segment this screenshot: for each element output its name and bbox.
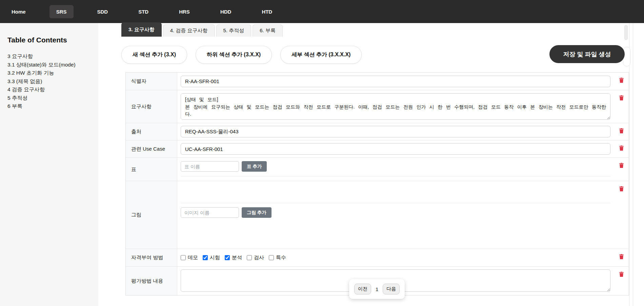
trash-icon — [619, 186, 624, 192]
delete-identifier-button[interactable] — [619, 77, 624, 84]
nav-item-sdd[interactable]: SDD — [90, 5, 115, 18]
nav-item-srs[interactable]: SRS — [49, 5, 74, 18]
delete-use-case-button[interactable] — [619, 145, 624, 152]
tab-traceability[interactable]: 5. 추적성 — [216, 24, 251, 37]
trash-icon — [619, 77, 624, 83]
tab-requirements[interactable]: 3. 요구사항 — [121, 22, 162, 37]
page-right-divider — [633, 23, 633, 306]
prev-page-button[interactable]: 이전 — [354, 284, 371, 294]
toc-item-section-6[interactable]: 6 부록 — [7, 102, 92, 111]
inspection-checkbox[interactable] — [247, 255, 252, 260]
add-figure-button[interactable]: 그림 추가 — [242, 207, 271, 218]
form-row-figure: 그림 그림 추가 — [126, 181, 629, 249]
pagination-card: 이전 1 다음 — [349, 279, 405, 299]
form-row-qualification: 자격부여 방법 데모 시험 분석 — [126, 249, 629, 267]
nav-item-htd[interactable]: HTD — [255, 5, 279, 18]
toc-title: Table of Contents — [7, 36, 92, 44]
toc-sidebar: Table of Contents 3 요구사항 3.1 상태(state)와 … — [0, 23, 98, 306]
tab-verification-requirements[interactable]: 4. 검증 요구사항 — [163, 24, 215, 37]
special-checkbox[interactable] — [269, 255, 274, 260]
delete-requirement-button[interactable] — [619, 95, 624, 102]
nav-item-hdd[interactable]: HDD — [214, 5, 238, 18]
main-content: 3. 요구사항 4. 검증 요구사항 5. 추적성 6. 부록 새 섹션 추가 … — [98, 23, 644, 306]
qualification-options: 데모 시험 분석 검사 — [181, 249, 610, 266]
identifier-label: 식별자 — [126, 73, 177, 90]
checkbox-special[interactable]: 특수 — [269, 254, 286, 261]
delete-evaluation-button[interactable] — [619, 271, 624, 278]
checkbox-demo[interactable]: 데모 — [181, 254, 198, 261]
toc-item-section-3-1[interactable]: 3.1 상태(state)와 모드(mode) — [7, 61, 92, 69]
current-page-number: 1 — [376, 286, 378, 292]
next-page-button[interactable]: 다음 — [383, 284, 400, 294]
requirement-textarea[interactable]: [상태 및 모드] 본 장비에 요구되는 상태 및 모드는 점검 모드와 작전 … — [181, 93, 610, 120]
delete-figure-row-button[interactable] — [619, 186, 624, 193]
toc-item-section-5[interactable]: 5 추적성 — [7, 94, 92, 102]
top-nav: Home SRS SDD STD HRS HDD HTD — [0, 0, 644, 23]
demo-checkbox[interactable] — [181, 255, 186, 260]
source-label: 출처 — [126, 123, 177, 140]
use-case-label: 관련 Use Case — [126, 140, 177, 157]
image-name-input[interactable] — [181, 207, 239, 218]
delete-qualification-button[interactable] — [619, 254, 624, 261]
figure-list-divider — [181, 203, 610, 203]
requirement-form: 식별자 요구사항 [상태 및 모드] 본 장비에 요구되는 상태 및 모드는 점… — [125, 72, 629, 295]
toc-item-section-3-2[interactable]: 3.2 HW 초기화 기능 — [7, 69, 92, 77]
test-checkbox[interactable] — [203, 255, 208, 260]
form-row-identifier: 식별자 — [126, 73, 629, 90]
add-detail-section-button[interactable]: 세부 섹션 추가 (3.X.X.X) — [280, 46, 362, 64]
trash-icon — [619, 271, 624, 277]
trash-icon — [619, 95, 624, 101]
checkbox-test-label: 시험 — [210, 254, 220, 261]
checkbox-special-label: 특수 — [276, 254, 286, 261]
add-sub-section-button[interactable]: 하위 섹션 추가 (3.X.X) — [196, 46, 272, 64]
nav-item-std[interactable]: STD — [132, 5, 155, 18]
trash-icon — [619, 128, 624, 134]
nav-item-home[interactable]: Home — [5, 5, 33, 18]
form-row-table: 표 표 추가 — [126, 158, 629, 181]
toc-item-section-3[interactable]: 3 요구사항 — [7, 52, 92, 61]
toc-item-section-3-3[interactable]: 3.3 (제목 없음) — [7, 77, 92, 86]
trash-icon — [619, 145, 624, 151]
save-and-generate-button[interactable]: 저장 및 파일 생성 — [549, 45, 625, 63]
form-row-requirement: 요구사항 [상태 및 모드] 본 장비에 요구되는 상태 및 모드는 점검 모드… — [126, 90, 629, 123]
checkbox-test[interactable]: 시험 — [203, 254, 220, 261]
add-table-button[interactable]: 표 추가 — [242, 161, 267, 172]
checkbox-analysis[interactable]: 분석 — [225, 254, 242, 261]
section-tabs: 3. 요구사항 4. 검증 요구사항 5. 추적성 6. 부록 — [121, 23, 644, 37]
use-case-input[interactable] — [181, 143, 610, 155]
checkbox-demo-label: 데모 — [188, 254, 198, 261]
table-name-input[interactable] — [181, 161, 239, 172]
identifier-input[interactable] — [181, 76, 610, 87]
table-list-divider — [181, 176, 610, 176]
evaluation-label: 평가방법 내용 — [126, 267, 177, 295]
source-input[interactable] — [181, 126, 610, 137]
add-section-button[interactable]: 새 섹션 추가 (3.X) — [121, 46, 187, 64]
checkbox-inspection-label: 검사 — [254, 254, 264, 261]
trash-icon — [619, 162, 624, 168]
figure-list-area — [181, 181, 610, 203]
toc-item-section-4[interactable]: 4 검증 요구사항 — [7, 85, 92, 94]
trash-icon — [619, 254, 624, 260]
delete-source-button[interactable] — [619, 128, 624, 135]
table-label: 표 — [126, 158, 177, 181]
delete-table-row-button[interactable] — [619, 162, 624, 169]
requirement-label: 요구사항 — [126, 90, 177, 123]
figure-label: 그림 — [126, 181, 177, 249]
checkbox-analysis-label: 분석 — [232, 254, 242, 261]
qualification-label: 자격부여 방법 — [126, 249, 177, 266]
form-row-source: 출처 — [126, 123, 629, 140]
tab-appendix[interactable]: 6. 부록 — [253, 24, 283, 37]
scrollbar-thumb[interactable] — [624, 25, 628, 40]
analysis-checkbox[interactable] — [225, 255, 230, 260]
nav-item-hrs[interactable]: HRS — [172, 5, 197, 18]
toc-list: 3 요구사항 3.1 상태(state)와 모드(mode) 3.2 HW 초기… — [7, 52, 92, 111]
form-row-use-case: 관련 Use Case — [126, 140, 629, 158]
checkbox-inspection[interactable]: 검사 — [247, 254, 264, 261]
